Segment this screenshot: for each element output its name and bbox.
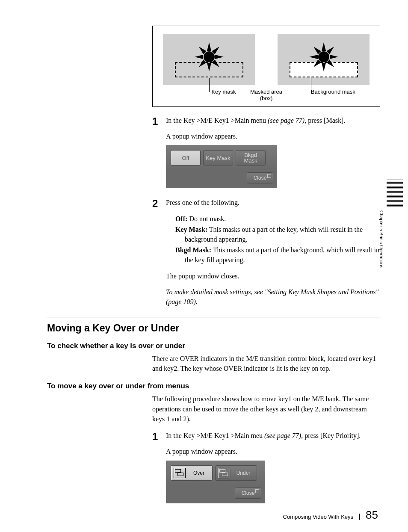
off-button[interactable]: Off bbox=[171, 150, 201, 166]
step-1-text: In the Key >M/E Key1 >Main menu (see pag… bbox=[166, 117, 345, 124]
key-mask-panel bbox=[163, 34, 255, 85]
popup-intro: A popup window appears. bbox=[166, 131, 380, 141]
background-mask-panel bbox=[278, 34, 370, 85]
section-heading: Moving a Key Over or Under bbox=[47, 322, 380, 334]
popup-intro-b: A popup window appears. bbox=[166, 446, 380, 456]
close-button[interactable]: Close bbox=[235, 488, 261, 499]
priority-popup: Over Under Close bbox=[166, 461, 265, 503]
check-paragraph: There are OVER indicators in the M/E tra… bbox=[152, 354, 380, 373]
mask-popup: Off Key Mask Bkgd Mask Close bbox=[166, 145, 277, 188]
page-footer: Composing Video With Keys 85 bbox=[283, 508, 378, 522]
subheading-check: To check whether a key is over or under bbox=[47, 342, 380, 350]
cross-reference: To make detailed mask settings, see "Set… bbox=[166, 287, 380, 307]
bkgd-mask-button[interactable]: Bkgd Mask bbox=[236, 150, 266, 166]
page-number: 85 bbox=[366, 508, 378, 522]
close-button[interactable]: Close bbox=[247, 172, 273, 183]
subheading-move: To move a key over or under from menus bbox=[47, 382, 380, 390]
key-mask-label: Key mask bbox=[163, 89, 236, 101]
mask-diagram: Key mask Masked area (box) Background ma… bbox=[152, 26, 380, 107]
popup-closes-text: The popup window closes. bbox=[166, 271, 380, 281]
section-rule bbox=[47, 317, 380, 317]
mask-box-outline bbox=[175, 62, 243, 77]
step-1: 1 In the Key >M/E Key1 >Main menu (see p… bbox=[152, 115, 380, 188]
step-2: 2 Press one of the following. Off: Do no… bbox=[152, 198, 380, 307]
thumb-stripes-icon bbox=[387, 180, 403, 207]
under-icon bbox=[218, 468, 230, 478]
def-bkgd-mask: Bkgd Mask: This masks out a part of the … bbox=[175, 245, 380, 265]
footer-section: Composing Video With Keys bbox=[283, 514, 360, 520]
under-button[interactable]: Under bbox=[215, 465, 257, 481]
step-2-text: Press one of the following. bbox=[166, 199, 239, 206]
chapter-label: Chapter 5 Basic Operations bbox=[379, 210, 384, 287]
over-button[interactable]: Over bbox=[171, 465, 213, 481]
move-paragraph: The following procedure shows how to mov… bbox=[152, 394, 380, 424]
def-key-mask: Key Mask: This masks out a part of the k… bbox=[175, 225, 380, 244]
step-number: 2 bbox=[152, 198, 164, 209]
key-mask-button[interactable]: Key Mask bbox=[203, 150, 233, 166]
chapter-thumb-tab: Chapter 5 Basic Operations bbox=[379, 180, 403, 287]
step-1b: 1 In the Key >M/E Key1 >Main meu (see pa… bbox=[152, 431, 380, 503]
step-1b-text: In the Key >M/E Key1 >Main meu (see page… bbox=[166, 432, 361, 439]
step-number: 1 bbox=[152, 431, 164, 442]
masked-area-label: Masked area (box) bbox=[236, 89, 296, 101]
over-icon bbox=[174, 468, 186, 478]
background-mask-label: Background mask bbox=[297, 89, 370, 101]
sun-icon bbox=[313, 47, 334, 67]
step-number: 1 bbox=[152, 115, 164, 127]
def-off: Off: Do not mask. bbox=[175, 214, 380, 224]
